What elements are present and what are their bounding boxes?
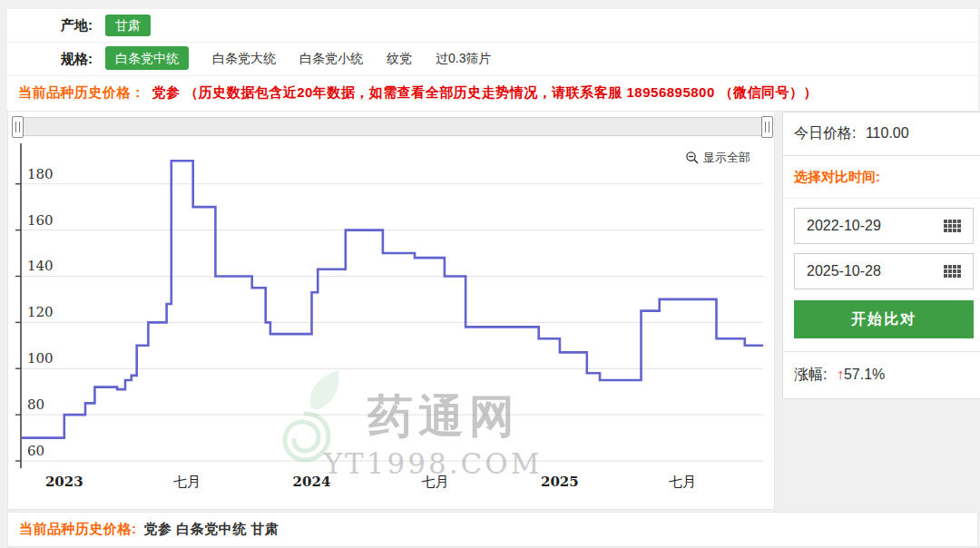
svg-text:140: 140 — [27, 258, 54, 274]
origin-label: 产地: — [7, 17, 105, 34]
spec-option-5[interactable]: 过0.3筛片 — [436, 51, 491, 65]
bottom-history-banner: 当前品种历史价格:党参 白条党中统 甘肃 — [7, 512, 978, 547]
show-all-control[interactable]: 显示全部 — [682, 148, 754, 168]
calendar-icon[interactable] — [944, 265, 961, 278]
spec-row: 规格: 白条党中统白条党大统白条党小统纹党过0.3筛片 — [7, 43, 978, 76]
calendar-icon[interactable] — [944, 220, 961, 232]
svg-text:药通网: 药通网 — [367, 390, 520, 443]
date-from-input[interactable]: 2022-10-29 — [794, 208, 974, 244]
bottom-banner-text: 党参 白条党中统 甘肃 — [144, 521, 279, 536]
history-price-notice: 当前品种历史价格：党参 （历史数据包含近20年数据，如需查看全部历史走势情况，请… — [7, 76, 978, 112]
svg-text:七月: 七月 — [173, 474, 201, 490]
notice-text: 党参 （历史数据包含近20年数据，如需查看全部历史走势情况，请联系客服 1895… — [152, 84, 818, 100]
change-section: 涨幅: ↑57.1% — [783, 351, 980, 398]
spec-label: 规格: — [7, 51, 105, 68]
datazoom-scrollbar[interactable] — [13, 117, 772, 136]
spec-option-3[interactable]: 白条党小统 — [299, 51, 363, 65]
change-value: 57.1% — [844, 367, 885, 382]
price-history-chart: 60801001201401601802023七月2024七月2025七月药通网… — [8, 138, 770, 501]
compare-title: 选择对比时间: — [783, 156, 980, 199]
compare-section: 选择对比时间: 2022-10-29 2025-10-28 开始比对 — [783, 156, 980, 351]
spec-option-2[interactable]: 白条党大统 — [212, 51, 276, 65]
origin-badge-gansu[interactable]: 甘肃 — [105, 15, 151, 36]
spec-option-1[interactable]: 白条党中统 — [105, 46, 189, 70]
date-to-input[interactable]: 2025-10-28 — [794, 253, 974, 289]
svg-text:2023: 2023 — [45, 474, 83, 490]
compare-panel: 今日价格: 110.00 选择对比时间: 2022-10-29 2025-10-… — [782, 112, 980, 399]
bottom-banner-label: 当前品种历史价格: — [19, 521, 137, 536]
spec-option-4[interactable]: 纹党 — [387, 51, 412, 65]
svg-text:80: 80 — [27, 396, 44, 413]
datazoom-right-handle[interactable] — [761, 116, 773, 138]
svg-text:YT1998.COM: YT1998.COM — [323, 447, 543, 480]
date-from-value: 2022-10-29 — [807, 218, 881, 234]
svg-text:180: 180 — [27, 166, 54, 182]
svg-text:七月: 七月 — [669, 474, 696, 490]
svg-text:120: 120 — [27, 304, 54, 320]
svg-text:60: 60 — [27, 443, 44, 459]
up-arrow-icon: ↑ — [837, 367, 844, 382]
show-all-label: 显示全部 — [703, 150, 750, 166]
main-area: 显示全部 60801001201401601802023七月2024七月2025… — [7, 112, 978, 510]
today-price-label: 今日价格: — [794, 125, 856, 141]
svg-text:160: 160 — [27, 212, 54, 229]
svg-text:2025: 2025 — [541, 474, 579, 490]
today-price-value: 110.00 — [866, 125, 909, 141]
date-to-value: 2025-10-28 — [807, 263, 881, 279]
origin-row: 产地: 甘肃 — [7, 9, 978, 43]
start-compare-button[interactable]: 开始比对 — [794, 300, 974, 338]
today-price-section: 今日价格: 110.00 — [783, 113, 980, 156]
zoom-out-icon — [686, 152, 699, 164]
datazoom-left-handle[interactable] — [12, 116, 24, 138]
change-label: 涨幅: — [794, 367, 827, 382]
notice-label: 当前品种历史价格： — [18, 84, 145, 100]
page: 产地: 甘肃 规格: 白条党中统白条党大统白条党小统纹党过0.3筛片 当前品种历… — [0, 0, 980, 548]
spec-options: 白条党中统白条党大统白条党小统纹党过0.3筛片 — [105, 51, 514, 67]
price-chart-panel: 显示全部 60801001201401601802023七月2024七月2025… — [7, 112, 775, 510]
svg-text:100: 100 — [27, 350, 54, 367]
